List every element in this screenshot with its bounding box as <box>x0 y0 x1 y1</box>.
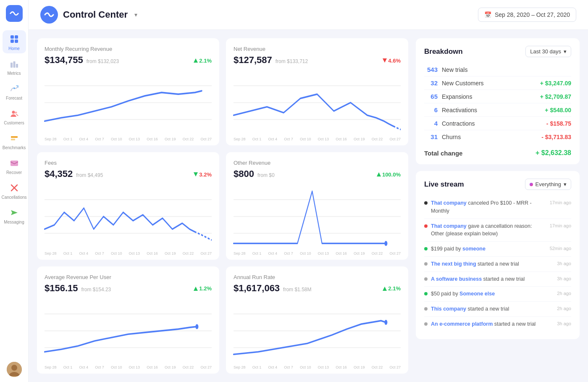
header: Control Center ▾ 📅 Sep 28, 2020 – Oct 27… <box>29 0 588 30</box>
list-item: An e-commerce platform started a new tri… <box>424 317 571 332</box>
stream-text: $50 paid by Someone else <box>431 290 554 298</box>
sidebar-item-home[interactable]: Home <box>3 30 26 53</box>
sidebar-item-label: Recover <box>6 170 22 175</box>
stream-dot-icon <box>424 292 428 295</box>
stream-time: 52min ago <box>550 246 571 251</box>
chart-card-net-revenue: Net Revenue $127,587 from $133,712 4.6% <box>226 38 408 145</box>
svg-point-39 <box>195 324 198 329</box>
svg-marker-40 <box>383 287 387 291</box>
user-avatar[interactable] <box>7 362 22 377</box>
chart-card-arr: Annual Run Rate $1,617,063 from $1.58M 2… <box>226 266 408 374</box>
stream-link[interactable]: A software business <box>431 276 482 282</box>
sidebar-item-forecast[interactable]: Forecast <box>3 80 26 103</box>
stream-link[interactable]: The next big thing <box>431 261 476 267</box>
svg-marker-30 <box>377 172 381 177</box>
sidebar-item-benchmarks[interactable]: Benchmarks <box>3 129 26 153</box>
chart-value-arpu: $156.15 <box>45 283 78 294</box>
breakdown-value: + $548.00 <box>545 107 571 113</box>
breakdown-num: 65 <box>424 93 438 100</box>
svg-point-7 <box>13 87 15 89</box>
stream-dot-icon <box>424 247 428 250</box>
chart-x-labels-other-revenue: Sep 28Oct 1Oct 4Oct 7Oct 10Oct 13Oct 16O… <box>234 251 401 256</box>
stream-text-plain: started a new trial <box>476 261 519 267</box>
breakdown-num: 6 <box>424 106 438 113</box>
chart-card-mrr: Monthly Recurring Revenue $134,755 from … <box>37 38 219 145</box>
svg-marker-18 <box>194 58 198 63</box>
breakdown-period-dropdown[interactable]: Last 30 days ▾ <box>525 46 571 57</box>
breakdown-title: Breakdown <box>424 47 463 56</box>
stream-dot-icon <box>424 201 428 205</box>
sidebar-item-metrics[interactable]: Metrics <box>3 55 26 78</box>
stream-text-plain: started a new trial <box>466 306 509 312</box>
stream-text-plain: $50 paid by <box>431 291 459 297</box>
svg-marker-22 <box>383 58 387 63</box>
chart-x-labels-arpu: Sep 28Oct 1Oct 4Oct 7Oct 10Oct 13Oct 16O… <box>45 365 212 369</box>
sidebar-item-label: Customers <box>4 121 24 125</box>
list-item: That company gave a cancellation reason:… <box>424 219 571 242</box>
chart-card-arpu: Average Revenue Per User $156.15 from $1… <box>37 266 219 374</box>
svg-rect-5 <box>13 61 15 68</box>
chart-value-arr: $1,617,063 <box>234 283 280 294</box>
date-range-picker[interactable]: 📅 Sep 28, 2020 – Oct 27, 2020 <box>478 8 576 22</box>
breakdown-row: 4 Contractions - $158.75 <box>424 117 571 130</box>
stream-link[interactable]: someone <box>462 246 486 252</box>
breakdown-rows: 543 New trials 32 New Customers + $3,247… <box>424 63 571 143</box>
chart-card-fees: Fees $4,352 from $4,495 3.2% <box>37 152 219 259</box>
livestream-filter-dropdown[interactable]: Everything ▾ <box>525 179 571 190</box>
stream-text-plain: started a new trial <box>482 276 525 282</box>
livestream-filter-label: Everything <box>536 181 561 187</box>
breakdown-num: 32 <box>424 79 438 87</box>
sidebar-item-recover[interactable]: Recover <box>3 154 26 177</box>
sidebar-item-messaging[interactable]: Messaging <box>3 204 26 227</box>
stream-link[interactable]: An e-commerce platform <box>431 321 493 327</box>
stream-dot-icon <box>424 224 428 228</box>
stream-link[interactable]: That company <box>431 200 467 206</box>
stream-text: This company started a new trial <box>431 305 554 313</box>
chart-title-mrr: Monthly Recurring Revenue <box>45 46 212 52</box>
stream-text: That company gave a cancellation reason:… <box>431 222 546 238</box>
stream-dot-icon <box>424 307 428 311</box>
sidebar-item-label: Home <box>8 46 20 51</box>
sidebar-item-label: Cancellations <box>1 195 26 200</box>
svg-rect-6 <box>16 64 18 68</box>
svg-point-9 <box>15 112 17 114</box>
stream-text-plain: started a new trial <box>493 321 536 327</box>
breakdown-row: 32 New Customers + $3,247.09 <box>424 76 571 90</box>
breakdown-label: New Customers <box>442 80 540 87</box>
chart-card-other-revenue: Other Revenue $800 from $0 100.0% <box>226 152 408 259</box>
chart-from-arpu: from $154.23 <box>81 287 111 292</box>
svg-marker-26 <box>194 172 198 177</box>
livestream-card: Live stream Everything ▾ That company ca… <box>416 171 580 339</box>
sidebar-item-label: Forecast <box>6 96 22 100</box>
svg-rect-0 <box>10 35 14 39</box>
breakdown-total-value: + $2,632.38 <box>536 149 571 157</box>
chart-from-other-revenue: from $0 <box>257 172 275 178</box>
chart-from-fees: from $4,495 <box>76 172 103 178</box>
sidebar-item-cancellations[interactable]: Cancellations <box>3 179 26 202</box>
breakdown-value: - $3,713.83 <box>541 134 571 140</box>
stream-link[interactable]: Someone else <box>459 291 495 297</box>
chart-badge-arpu: 1.2% <box>194 285 212 292</box>
list-item: A software business started a new trial … <box>424 272 571 287</box>
svg-marker-35 <box>194 287 198 291</box>
list-item: $50 paid by Someone else 2h ago <box>424 287 571 302</box>
stream-text: $199 paid by someone <box>431 245 546 253</box>
stream-dot-icon <box>424 262 428 266</box>
breakdown-label: Expansions <box>442 93 540 100</box>
app-logo[interactable] <box>6 5 23 22</box>
stream-text: An e-commerce platform started a new tri… <box>431 320 554 328</box>
dropdown-chevron-icon[interactable]: ▾ <box>134 11 137 18</box>
calendar-icon: 📅 <box>484 11 491 18</box>
svg-marker-15 <box>11 210 18 215</box>
stream-time: 3h ago <box>557 261 571 266</box>
sidebar-item-label: Messaging <box>4 220 24 224</box>
stream-time: 2h ago <box>557 291 571 296</box>
chart-badge-mrr: 2.1% <box>194 58 212 64</box>
stream-link[interactable]: This company <box>431 306 466 312</box>
svg-point-8 <box>12 111 15 114</box>
sidebar-item-customers[interactable]: Customers <box>3 105 26 128</box>
metrics-icon <box>9 58 20 69</box>
breakdown-label: Churns <box>442 134 541 140</box>
chart-x-labels-mrr: Sep 28Oct 1Oct 4Oct 7Oct 10Oct 13Oct 16O… <box>45 137 212 141</box>
stream-link[interactable]: That company <box>431 223 467 229</box>
